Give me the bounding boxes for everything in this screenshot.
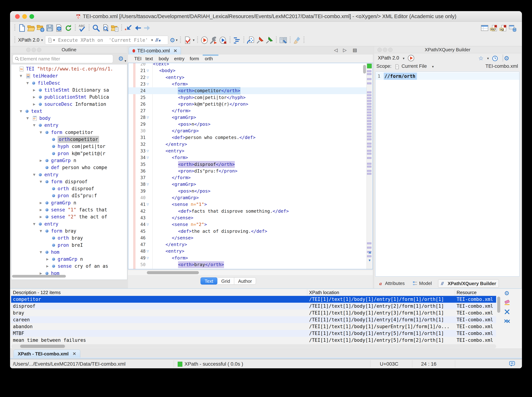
outline-tree-item[interactable]: ▼form disproof <box>40 178 88 185</box>
code-line-31[interactable]: 31<def>person who competes.</def> <box>128 134 367 141</box>
code-line-39[interactable]: 39<pos>n</pos> <box>128 188 367 195</box>
fold-toggle-icon[interactable]: ▽ <box>147 154 149 161</box>
format-indent-button[interactable] <box>232 36 242 45</box>
open-folder-button[interactable] <box>26 23 36 33</box>
search-match-marker[interactable] <box>367 136 371 137</box>
outline-tree-item[interactable]: orth bray <box>46 235 83 242</box>
search-match-marker[interactable] <box>367 153 371 155</box>
breadcrumb-item-form[interactable]: form <box>190 56 199 62</box>
database-explorer-button[interactable] <box>508 23 517 33</box>
save-button[interactable] <box>45 23 54 33</box>
outline-settings-gear-icon[interactable]: ⚙ <box>118 56 123 62</box>
builder-tab-model[interactable]: Model <box>412 279 432 287</box>
search-match-marker[interactable] <box>367 100 371 102</box>
outline-tree-item[interactable]: orth disproof <box>46 185 94 192</box>
panel-button[interactable] <box>383 48 387 52</box>
code-line-46[interactable]: 46</sense> <box>128 235 367 241</box>
column-separator[interactable] <box>455 289 455 296</box>
code-line-22[interactable]: 22▽<entry> <box>128 74 367 81</box>
editor-vertical-scrollbar[interactable] <box>363 65 366 74</box>
element-filter-input[interactable] <box>19 56 111 62</box>
result-row[interactable]: abandon/TEI[1]/text[1]/body[1]/superEntr… <box>11 323 496 330</box>
clean-up-button[interactable] <box>292 36 302 45</box>
search-match-marker[interactable] <box>367 126 371 128</box>
code-line-30[interactable]: 30</gramGrp> <box>128 128 367 134</box>
search-match-marker[interactable] <box>367 106 371 108</box>
search-match-marker[interactable] <box>367 166 371 167</box>
code-line-40[interactable]: 40</gramGrp> <box>128 194 367 201</box>
configure-transformation-button[interactable] <box>209 36 218 45</box>
tree-toggle-icon[interactable]: ▶ <box>33 101 39 108</box>
xpath-favorites-icon[interactable]: //★ <box>155 37 161 43</box>
result-row[interactable]: bray/TEI[1]/text[1]/body[1]/entry[3]/for… <box>11 310 496 316</box>
tree-toggle-icon[interactable]: ▼ <box>20 108 25 115</box>
fold-toggle-icon[interactable]: ▽ <box>147 81 149 87</box>
search-match-marker[interactable] <box>367 170 371 172</box>
builder-settings-gear-icon[interactable]: ⚙ <box>504 55 509 61</box>
code-line-29[interactable]: 29<pos>n</pos> <box>128 121 367 128</box>
editor-horizontal-scrollbar[interactable] <box>128 270 373 275</box>
outline-tree-item[interactable]: pron breI <box>46 242 83 249</box>
search-icon[interactable] <box>14 56 19 61</box>
code-line-50[interactable]: 50<orth>bray</orth> <box>128 261 367 268</box>
next-editor-icon[interactable]: ▷ <box>343 47 347 53</box>
breadcrumb-item-orth[interactable]: orth <box>205 56 213 62</box>
editor-list-icon[interactable]: ▤ <box>353 47 357 53</box>
view-button-author[interactable]: Author <box>234 277 256 285</box>
results-column-resource[interactable]: Resource <box>457 289 494 296</box>
outline-tree-item[interactable]: orth competitor <box>46 136 99 143</box>
tree-toggle-icon[interactable]: ▼ <box>26 115 32 122</box>
pin-green-button[interactable] <box>265 36 274 45</box>
result-row[interactable]: competitor/TEI[1]/text[1]/body[1]/entry[… <box>11 296 496 303</box>
tree-toggle-icon[interactable]: ▶ <box>40 206 45 213</box>
code-line-42[interactable]: 42<def>facts that disprove something.</d… <box>128 208 367 215</box>
code-line-26[interactable]: 26<pron>k@m"petit@(r)</pron> <box>128 101 367 108</box>
tree-toggle-icon[interactable]: ▼ <box>33 171 39 178</box>
search-match-marker[interactable] <box>367 138 371 140</box>
pin-red-button[interactable] <box>255 36 265 45</box>
previous-editor-icon[interactable]: ◁ <box>334 47 338 53</box>
search-match-marker[interactable] <box>367 82 371 84</box>
code-line-44[interactable]: 44▽<sense n="2"> <box>128 221 367 228</box>
code-line-35[interactable]: 35<orth>disproof</orth> <box>128 161 367 168</box>
close-tab-icon[interactable]: ✕ <box>174 48 177 53</box>
search-match-marker[interactable] <box>367 103 371 105</box>
xpath-expression-text[interactable]: //form/orth <box>385 73 415 80</box>
outline-tree-item[interactable]: ▼entry <box>33 221 58 228</box>
result-row[interactable]: disproof/TEI[1]/text[1]/body[1]/entry[2]… <box>11 303 496 310</box>
fold-toggle-icon[interactable]: ▽ <box>147 221 149 228</box>
outline-tree-item[interactable]: ▼entry <box>33 171 58 178</box>
fold-toggle-icon[interactable]: ▽ <box>147 248 149 255</box>
tree-toggle-icon[interactable]: ▶ <box>46 263 52 270</box>
notifications-bubble-icon[interactable] <box>509 361 515 367</box>
code-line-43[interactable]: 43</sense> <box>128 214 367 221</box>
editor-tab[interactable]: TEI-combo.xml ✕ <box>129 47 181 55</box>
outline-tree-item[interactable]: ▼teiHeader <box>20 72 58 80</box>
search-match-marker[interactable] <box>367 242 371 244</box>
outline-tree-item[interactable]: ▼hom <box>40 249 59 256</box>
tree-toggle-icon[interactable]: ▶ <box>33 93 39 101</box>
execute-xpath-button[interactable] <box>407 55 415 62</box>
show-documentation-button[interactable] <box>279 36 288 45</box>
chevron-down-icon[interactable]: ▾ <box>432 65 434 69</box>
code-line-38[interactable]: 38▽<gramGrp> <box>128 181 367 188</box>
fold-toggle-icon[interactable]: ▽ <box>147 255 149 261</box>
remove-icon[interactable] <box>503 308 511 316</box>
results-vertical-scrollbar[interactable] <box>497 297 500 313</box>
search-match-marker[interactable] <box>367 150 371 152</box>
debug-transformation-button[interactable] <box>218 36 228 45</box>
fold-toggle-icon[interactable]: ▽ <box>147 181 149 188</box>
outline-tree-item[interactable]: ▼fileDesc <box>26 80 60 87</box>
outline-tree-item[interactable]: ▶gramGrp n <box>40 157 76 164</box>
view-button-grid[interactable]: Grid <box>217 277 234 285</box>
outline-tree-item[interactable]: pron dIs"pru:f <box>46 192 97 199</box>
outline-tree-item[interactable]: ▶publicationStmt Publica <box>33 93 109 101</box>
search-match-marker[interactable] <box>367 123 371 125</box>
close-tab-icon[interactable]: ✕ <box>73 351 76 356</box>
outline-tree-item[interactable]: ▼body <box>26 115 51 122</box>
fold-toggle-icon[interactable]: ▽ <box>147 148 149 154</box>
search-match-marker[interactable] <box>367 97 371 99</box>
code-line-37[interactable]: 37</form> <box>128 174 367 181</box>
results-horizontal-scrollbar[interactable] <box>12 344 496 348</box>
chevron-down-icon[interactable]: ▾ <box>487 56 489 60</box>
